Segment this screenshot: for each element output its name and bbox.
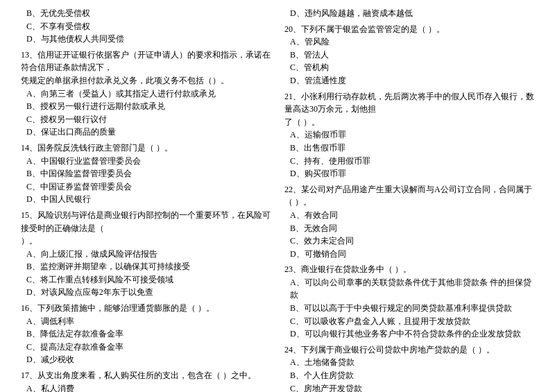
option: A、运输假币罪 — [284, 128, 534, 142]
question-block: 22、某公司对产品用途产生重大误解而与A公司订立合同，合同属于（ ）。A、有效合… — [284, 183, 534, 261]
option: C、提高法定存款准备金率 — [21, 341, 271, 354]
content-area: B、无优先受偿权C、不享有受偿权D、与其他债权人共同受偿13、信用证开证银行依据… — [21, 7, 534, 392]
option: A、中国银行业监督管理委员会 — [21, 155, 271, 168]
option: C、房地产开发贷款 — [284, 382, 534, 392]
option: C、中国证券监督管理委员会 — [21, 180, 271, 194]
option: B、无效合同 — [284, 222, 534, 235]
option: B、可以以高于于中央银行规定的同类贷款基准利率提供贷款 — [284, 302, 534, 315]
question-title: 24、下列属于商业银行公司贷款中房地产贷款的是（ ）。 — [284, 343, 534, 357]
question-title: 14、国务院反洗钱行政主管部门是（ ）。 — [21, 142, 271, 155]
option: C、将工作重点转移到风险不可接受领域 — [21, 273, 271, 287]
question-block: 24、下列属于商业银行公司贷款中房地产贷款的是（ ）。A、土地储备贷款B、个人住… — [284, 343, 534, 392]
option: B、监控测评并期望幸，以确保其可持续接受 — [21, 260, 271, 273]
option: D、减少税收 — [21, 353, 271, 366]
question-continuation: ）。 — [21, 235, 271, 248]
option: D、购买假币罪 — [284, 167, 534, 180]
question-title: 21、小张利用行动存款机，先后两次将手中的假人民币存入银行，数量高达30万余元，… — [284, 90, 534, 116]
option: D、可以向银行其他业务客户中不符合贷款条件的企业发放贷款 — [284, 327, 534, 341]
option: A、向第三者（受益人）或其指定人进行付款或承兑 — [21, 87, 271, 101]
option: D、保证出口商品的质量 — [21, 126, 271, 139]
question-title: 15、风险识别与评估是商业银行内部控制的一个重要环节，在风险可接受时的正确做法是… — [21, 209, 271, 235]
question-title: 17、从支出角度来看，私人购买住所的支出，包含在（ ）之中。 — [21, 369, 271, 382]
option: C、管机构 — [284, 61, 534, 74]
option: B、降低法定存款准备金率 — [21, 327, 271, 341]
question-block: 14、国务院反洗钱行政主管部门是（ ）。A、中国银行业监督管理委员会B、中国保险… — [21, 142, 271, 206]
option: A、私人消费 — [21, 382, 271, 392]
question-block: 16、下列政策措施中，能够治理通货膨胀的是（ ）。A、调低利率B、降低法定存款准… — [21, 302, 271, 366]
question-title: 20、下列不属于银监会监管管定的是（ ）。 — [284, 23, 534, 36]
question-block: 15、风险识别与评估是商业银行内部控制的一个重要环节，在风险可接受时的正确做法是… — [21, 209, 271, 299]
option: A、有效合同 — [284, 209, 534, 222]
option: D、与其他债权人共同受偿 — [21, 33, 271, 46]
option: A、调低利率 — [21, 315, 271, 328]
option: D、对该风险点应每2年东于以免查 — [21, 286, 271, 299]
option: B、授权另一银行进行远期付款或承兑 — [21, 100, 271, 113]
question-block: 23、商业银行在贷款业务中（ ）。A、可以向公司章事的关联贷款条件优于其他非贷款… — [284, 263, 534, 341]
question-title: 16、下列政策措施中，能够治理通货膨胀的是（ ）。 — [21, 302, 271, 315]
question-title: 23、商业银行在贷款业务中（ ）。 — [284, 263, 534, 276]
option: A、可以向公司章事的关联贷款条件优于其他非贷款条 件的担保贷款 — [284, 276, 534, 302]
option: B、中国保险监督管理委员会 — [21, 167, 271, 180]
option: D、中国人民银行 — [21, 193, 271, 206]
question-block: 20、下列不属于银监会监管管定的是（ ）。A、管风险B、管法人C、管机构D、管流… — [284, 23, 534, 87]
option: C、效力未定合同 — [284, 235, 534, 248]
right-column: D、违约风险越越，融资成本越低20、下列不属于银监会监管管定的是（ ）。A、管风… — [284, 7, 534, 392]
page: B、无优先受偿权C、不享有受偿权D、与其他债权人共同受偿13、信用证开证银行依据… — [21, 7, 534, 392]
option: C、可以吸收客户盘金入人账，且提用于发放贷款 — [284, 315, 534, 328]
option: C、持有、使用假币罪 — [284, 155, 534, 168]
question-text: 了（ ）。 — [284, 116, 534, 129]
question-block: D、违约风险越越，融资成本越低 — [284, 7, 534, 20]
question-block: B、无优先受偿权C、不享有受偿权D、与其他债权人共同受偿 — [21, 7, 271, 46]
question-block: 13、信用证开证银行依据客户（开证申请人）的要求和指示，承诺在符合信用证条款情况… — [21, 49, 271, 139]
question-text: 凭规定的单据承担付款承兑义务，此项义务不包括（）。 — [21, 74, 271, 87]
option: A、向上级汇报，做成风险评估报告 — [21, 248, 271, 261]
option: B、无优先受偿权 — [21, 7, 271, 20]
option: D、违约风险越越，融资成本越低 — [284, 7, 534, 20]
option: C、不享有受偿权 — [21, 20, 271, 33]
question-block: 17、从支出角度来看，私人购买住所的支出，包含在（ ）之中。A、私人消费B、政府… — [21, 369, 271, 392]
question-title: 22、某公司对产品用途产生重大误解而与A公司订立合同，合同属于（ ）。 — [284, 183, 534, 209]
option: A、管风险 — [284, 35, 534, 49]
option: B、出售假币罪 — [284, 142, 534, 155]
option: D、可撤销合同 — [284, 248, 534, 261]
option: B、管法人 — [284, 49, 534, 62]
option: B、个人住房贷款 — [284, 369, 534, 382]
left-column: B、无优先受偿权C、不享有受偿权D、与其他债权人共同受偿13、信用证开证银行依据… — [21, 7, 271, 392]
option: C、授权另一银行议付 — [21, 113, 271, 126]
question-title: 13、信用证开证银行依据客户（开证申请人）的要求和指示，承诺在符合信用证条款情况… — [21, 49, 271, 74]
question-block: 21、小张利用行动存款机，先后两次将手中的假人民币存入银行，数量高达30万余元，… — [284, 90, 534, 180]
option: D、管流通性度 — [284, 74, 534, 87]
option: A、土地储备贷款 — [284, 356, 534, 369]
